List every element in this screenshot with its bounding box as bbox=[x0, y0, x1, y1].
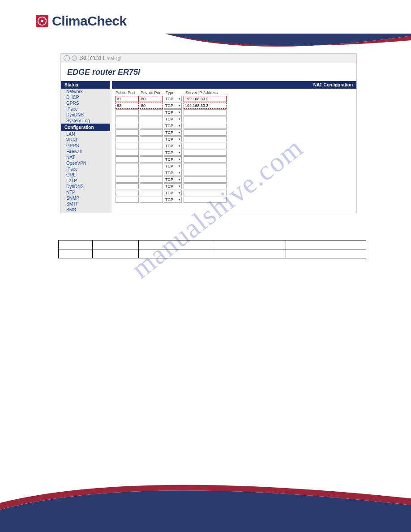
server-ip-input[interactable] bbox=[184, 123, 227, 129]
private-port-input[interactable] bbox=[140, 143, 163, 149]
sidebar-item[interactable]: GRE bbox=[61, 172, 110, 178]
nat-row: TCP bbox=[116, 96, 353, 102]
private-port-input[interactable] bbox=[140, 150, 163, 156]
sidebar-item[interactable]: LAN bbox=[61, 131, 110, 137]
url-host: 192.168.33.1 bbox=[79, 56, 105, 61]
type-select[interactable]: TCP bbox=[164, 170, 182, 176]
server-ip-input[interactable] bbox=[184, 190, 227, 196]
footer-swoosh bbox=[0, 456, 411, 532]
server-ip-input[interactable] bbox=[184, 183, 227, 189]
server-ip-input[interactable] bbox=[184, 96, 227, 102]
nat-row: TCP bbox=[116, 123, 353, 129]
server-ip-input[interactable] bbox=[184, 109, 227, 116]
sidebar-item[interactable]: Network bbox=[61, 89, 110, 94]
type-select[interactable]: TCP bbox=[164, 129, 182, 136]
header-swoosh bbox=[165, 34, 411, 60]
sidebar-item[interactable]: GPRS bbox=[61, 143, 110, 149]
public-port-input[interactable] bbox=[116, 156, 139, 163]
sidebar-item[interactable]: L2TP bbox=[61, 178, 110, 184]
public-port-input[interactable] bbox=[116, 123, 139, 129]
public-port-input[interactable] bbox=[116, 163, 139, 169]
private-port-input[interactable] bbox=[140, 156, 163, 163]
sidebar-item[interactable]: NTP bbox=[61, 189, 110, 195]
private-port-input[interactable] bbox=[140, 170, 163, 176]
type-select[interactable]: TCP bbox=[164, 96, 182, 102]
table-row bbox=[59, 240, 366, 249]
type-select[interactable]: TCP bbox=[164, 156, 182, 163]
globe-icon bbox=[72, 56, 77, 61]
type-select[interactable]: TCP bbox=[164, 123, 182, 129]
type-select[interactable]: TCP bbox=[164, 190, 182, 196]
public-port-input[interactable] bbox=[116, 176, 139, 183]
public-port-input[interactable] bbox=[116, 116, 139, 122]
private-port-input[interactable] bbox=[140, 109, 163, 116]
type-select[interactable]: TCP bbox=[164, 143, 182, 149]
sidebar-item[interactable]: OpenVPN bbox=[61, 160, 110, 166]
public-port-input[interactable] bbox=[116, 150, 139, 156]
public-port-input[interactable] bbox=[116, 136, 139, 142]
public-port-input[interactable] bbox=[116, 96, 139, 102]
public-port-input[interactable] bbox=[116, 170, 139, 176]
public-port-input[interactable] bbox=[116, 143, 139, 149]
private-port-input[interactable] bbox=[140, 163, 163, 169]
sidebar-status-header: Status bbox=[61, 81, 110, 89]
private-port-input[interactable] bbox=[140, 96, 163, 102]
sidebar-item[interactable]: NAT bbox=[61, 154, 110, 160]
type-select[interactable]: TCP bbox=[164, 176, 182, 183]
sidebar-item[interactable]: IPsec bbox=[61, 166, 110, 172]
sidebar-item[interactable]: VRRP bbox=[61, 137, 110, 143]
spec-table bbox=[58, 240, 366, 258]
private-port-input[interactable] bbox=[140, 183, 163, 189]
sidebar-item[interactable]: DHCP bbox=[61, 94, 110, 100]
sidebar-item[interactable]: SMS bbox=[61, 207, 110, 213]
private-port-input[interactable] bbox=[140, 197, 163, 203]
server-ip-input[interactable] bbox=[184, 163, 227, 169]
server-ip-input[interactable] bbox=[184, 136, 227, 142]
private-port-input[interactable] bbox=[140, 136, 163, 142]
private-port-input[interactable] bbox=[140, 129, 163, 136]
nat-table-head: Public Port Private Port Type Server IP … bbox=[116, 90, 353, 95]
sidebar-item[interactable]: GPRS bbox=[61, 100, 110, 106]
back-icon[interactable]: ← bbox=[64, 55, 70, 61]
private-port-input[interactable] bbox=[140, 176, 163, 183]
private-port-input[interactable] bbox=[140, 190, 163, 196]
type-select[interactable]: TCP bbox=[164, 116, 182, 122]
type-select[interactable]: TCP bbox=[164, 183, 182, 189]
sidebar-item[interactable]: SNMP bbox=[61, 195, 110, 201]
sidebar-item[interactable]: DynDNS bbox=[61, 184, 110, 189]
sidebar-item[interactable]: IPsec bbox=[61, 106, 110, 112]
server-ip-input[interactable] bbox=[184, 150, 227, 156]
type-select[interactable]: TCP bbox=[164, 163, 182, 169]
nat-row: TCP bbox=[116, 116, 353, 122]
server-ip-input[interactable] bbox=[184, 129, 227, 136]
server-ip-input[interactable] bbox=[184, 103, 227, 109]
public-port-input[interactable] bbox=[116, 129, 139, 136]
public-port-input[interactable] bbox=[116, 197, 139, 203]
type-select[interactable]: TCP bbox=[164, 103, 182, 109]
type-select[interactable]: TCP bbox=[164, 109, 182, 116]
private-port-input[interactable] bbox=[140, 116, 163, 122]
sidebar-item[interactable]: SMTP bbox=[61, 201, 110, 207]
type-select[interactable]: TCP bbox=[164, 197, 182, 203]
public-port-input[interactable] bbox=[116, 190, 139, 196]
server-ip-input[interactable] bbox=[184, 176, 227, 183]
nat-row: TCP bbox=[116, 163, 353, 169]
server-ip-input[interactable] bbox=[184, 156, 227, 163]
server-ip-input[interactable] bbox=[184, 143, 227, 149]
type-select[interactable]: TCP bbox=[164, 150, 182, 156]
public-port-input[interactable] bbox=[116, 103, 139, 109]
private-port-input[interactable] bbox=[140, 123, 163, 129]
col-type: Type bbox=[166, 90, 185, 95]
sidebar-item[interactable]: Firewall bbox=[61, 149, 110, 154]
public-port-input[interactable] bbox=[116, 109, 139, 116]
sidebar-item[interactable]: System Log bbox=[61, 118, 110, 124]
server-ip-input[interactable] bbox=[184, 116, 227, 122]
nat-row: TCP bbox=[116, 183, 353, 189]
document-body bbox=[58, 240, 366, 258]
server-ip-input[interactable] bbox=[184, 197, 227, 203]
sidebar-item[interactable]: DynDNS bbox=[61, 112, 110, 118]
type-select[interactable]: TCP bbox=[164, 136, 182, 142]
server-ip-input[interactable] bbox=[184, 170, 227, 176]
public-port-input[interactable] bbox=[116, 183, 139, 189]
private-port-input[interactable] bbox=[140, 103, 163, 109]
